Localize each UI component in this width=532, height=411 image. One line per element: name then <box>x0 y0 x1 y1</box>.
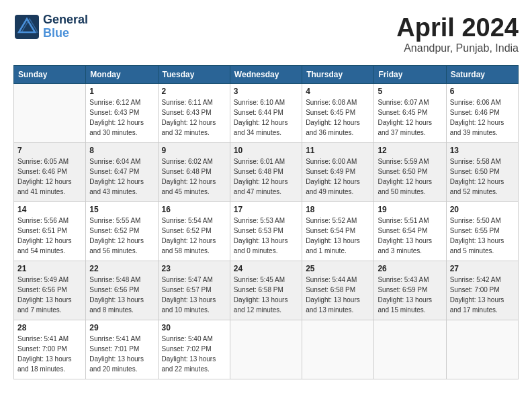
day-number: 3 <box>234 87 298 96</box>
table-row: 21Sunrise: 5:49 AM Sunset: 6:56 PM Dayli… <box>14 261 86 320</box>
day-number: 12 <box>378 146 442 155</box>
day-number: 18 <box>306 205 370 214</box>
table-row: 28Sunrise: 5:41 AM Sunset: 7:00 PM Dayli… <box>14 320 86 379</box>
day-number: 16 <box>162 205 226 214</box>
calendar-week-row: 1Sunrise: 6:12 AM Sunset: 6:43 PM Daylig… <box>14 84 519 143</box>
day-number: 24 <box>234 264 298 273</box>
header-thursday: Thursday <box>302 66 374 84</box>
table-row: 18Sunrise: 5:52 AM Sunset: 6:54 PM Dayli… <box>302 202 374 261</box>
table-row: 6Sunrise: 6:06 AM Sunset: 6:46 PM Daylig… <box>446 84 518 143</box>
table-row: 15Sunrise: 5:55 AM Sunset: 6:52 PM Dayli… <box>86 202 158 261</box>
table-row: 19Sunrise: 5:51 AM Sunset: 6:54 PM Dayli… <box>374 202 446 261</box>
day-info: Sunrise: 6:10 AM Sunset: 6:44 PM Dayligh… <box>234 97 298 138</box>
day-info: Sunrise: 5:42 AM Sunset: 7:00 PM Dayligh… <box>450 275 515 315</box>
day-info: Sunrise: 6:11 AM Sunset: 6:43 PM Dayligh… <box>162 97 226 138</box>
day-info: Sunrise: 6:04 AM Sunset: 6:47 PM Dayligh… <box>89 156 154 197</box>
day-number: 5 <box>378 87 442 96</box>
day-info: Sunrise: 5:58 AM Sunset: 6:50 PM Dayligh… <box>450 156 515 197</box>
table-row: 20Sunrise: 5:50 AM Sunset: 6:55 PM Dayli… <box>446 202 518 261</box>
calendar-week-row: 28Sunrise: 5:41 AM Sunset: 7:00 PM Dayli… <box>14 320 519 379</box>
table-row <box>230 320 302 379</box>
day-info: Sunrise: 6:12 AM Sunset: 6:43 PM Dayligh… <box>89 97 154 138</box>
table-row: 5Sunrise: 6:07 AM Sunset: 6:45 PM Daylig… <box>374 84 446 143</box>
table-row: 30Sunrise: 5:40 AM Sunset: 7:02 PM Dayli… <box>158 320 230 379</box>
day-number: 26 <box>378 264 442 273</box>
table-row: 14Sunrise: 5:56 AM Sunset: 6:51 PM Dayli… <box>14 202 86 261</box>
table-row: 27Sunrise: 5:42 AM Sunset: 7:00 PM Dayli… <box>446 261 518 320</box>
table-row: 7Sunrise: 6:05 AM Sunset: 6:46 PM Daylig… <box>14 143 86 202</box>
day-info: Sunrise: 5:44 AM Sunset: 6:58 PM Dayligh… <box>306 275 370 315</box>
table-row: 2Sunrise: 6:11 AM Sunset: 6:43 PM Daylig… <box>158 84 230 143</box>
day-number: 10 <box>234 146 298 155</box>
table-row: 4Sunrise: 6:08 AM Sunset: 6:45 PM Daylig… <box>302 84 374 143</box>
logo-icon <box>13 13 40 40</box>
title-area: April 2024 Anandpur, Punjab, India <box>396 13 519 54</box>
day-number: 21 <box>17 264 82 273</box>
calendar-week-row: 21Sunrise: 5:49 AM Sunset: 6:56 PM Dayli… <box>14 261 519 320</box>
calendar-week-row: 7Sunrise: 6:05 AM Sunset: 6:46 PM Daylig… <box>14 143 519 202</box>
day-info: Sunrise: 5:56 AM Sunset: 6:51 PM Dayligh… <box>17 216 82 256</box>
day-number: 30 <box>162 323 226 332</box>
table-row: 11Sunrise: 6:00 AM Sunset: 6:49 PM Dayli… <box>302 143 374 202</box>
day-number: 8 <box>89 146 154 155</box>
table-row: 13Sunrise: 5:58 AM Sunset: 6:50 PM Dayli… <box>446 143 518 202</box>
table-row: 23Sunrise: 5:47 AM Sunset: 6:57 PM Dayli… <box>158 261 230 320</box>
table-row: 9Sunrise: 6:02 AM Sunset: 6:48 PM Daylig… <box>158 143 230 202</box>
day-info: Sunrise: 5:51 AM Sunset: 6:54 PM Dayligh… <box>378 216 442 256</box>
day-info: Sunrise: 5:52 AM Sunset: 6:54 PM Dayligh… <box>306 216 370 256</box>
table-row <box>14 84 86 143</box>
day-number: 2 <box>162 87 226 96</box>
day-info: Sunrise: 6:00 AM Sunset: 6:49 PM Dayligh… <box>306 156 370 197</box>
header-saturday: Saturday <box>446 66 518 84</box>
day-info: Sunrise: 6:08 AM Sunset: 6:45 PM Dayligh… <box>306 97 370 138</box>
day-number: 25 <box>306 264 370 273</box>
header-tuesday: Tuesday <box>158 66 230 84</box>
day-info: Sunrise: 6:05 AM Sunset: 6:46 PM Dayligh… <box>17 156 82 197</box>
day-info: Sunrise: 5:40 AM Sunset: 7:02 PM Dayligh… <box>162 334 226 374</box>
calendar-week-row: 14Sunrise: 5:56 AM Sunset: 6:51 PM Dayli… <box>14 202 519 261</box>
header-sunday: Sunday <box>14 66 86 84</box>
header-monday: Monday <box>86 66 158 84</box>
logo: General Blue <box>13 13 88 40</box>
day-number: 27 <box>450 264 515 273</box>
day-info: Sunrise: 5:49 AM Sunset: 6:56 PM Dayligh… <box>17 275 82 315</box>
calendar-header-row: Sunday Monday Tuesday Wednesday Thursday… <box>14 66 519 84</box>
day-info: Sunrise: 5:41 AM Sunset: 7:01 PM Dayligh… <box>89 334 154 374</box>
table-row <box>302 320 374 379</box>
day-number: 28 <box>17 323 82 332</box>
location: Anandpur, Punjab, India <box>396 42 519 54</box>
day-number: 4 <box>306 87 370 96</box>
day-number: 20 <box>450 205 515 214</box>
logo-general: General <box>43 13 88 27</box>
table-row: 25Sunrise: 5:44 AM Sunset: 6:58 PM Dayli… <box>302 261 374 320</box>
day-info: Sunrise: 6:02 AM Sunset: 6:48 PM Dayligh… <box>162 156 226 197</box>
table-row: 10Sunrise: 6:01 AM Sunset: 6:48 PM Dayli… <box>230 143 302 202</box>
day-info: Sunrise: 5:59 AM Sunset: 6:50 PM Dayligh… <box>378 156 442 197</box>
day-info: Sunrise: 6:01 AM Sunset: 6:48 PM Dayligh… <box>234 156 298 197</box>
table-row <box>374 320 446 379</box>
table-row: 26Sunrise: 5:43 AM Sunset: 6:59 PM Dayli… <box>374 261 446 320</box>
day-number: 19 <box>378 205 442 214</box>
day-number: 23 <box>162 264 226 273</box>
day-number: 17 <box>234 205 298 214</box>
day-info: Sunrise: 5:43 AM Sunset: 6:59 PM Dayligh… <box>378 275 442 315</box>
header-wednesday: Wednesday <box>230 66 302 84</box>
day-info: Sunrise: 5:45 AM Sunset: 6:58 PM Dayligh… <box>234 275 298 315</box>
table-row: 22Sunrise: 5:48 AM Sunset: 6:56 PM Dayli… <box>86 261 158 320</box>
day-number: 7 <box>17 146 82 155</box>
table-row: 29Sunrise: 5:41 AM Sunset: 7:01 PM Dayli… <box>86 320 158 379</box>
day-number: 13 <box>450 146 515 155</box>
day-info: Sunrise: 5:48 AM Sunset: 6:56 PM Dayligh… <box>89 275 154 315</box>
day-info: Sunrise: 5:47 AM Sunset: 6:57 PM Dayligh… <box>162 275 226 315</box>
month-title: April 2024 <box>396 13 519 42</box>
day-number: 6 <box>450 87 515 96</box>
table-row: 12Sunrise: 5:59 AM Sunset: 6:50 PM Dayli… <box>374 143 446 202</box>
day-number: 1 <box>89 87 154 96</box>
day-info: Sunrise: 5:55 AM Sunset: 6:52 PM Dayligh… <box>89 216 154 256</box>
header-friday: Friday <box>374 66 446 84</box>
table-row: 24Sunrise: 5:45 AM Sunset: 6:58 PM Dayli… <box>230 261 302 320</box>
day-info: Sunrise: 5:53 AM Sunset: 6:53 PM Dayligh… <box>234 216 298 256</box>
table-row: 17Sunrise: 5:53 AM Sunset: 6:53 PM Dayli… <box>230 202 302 261</box>
table-row <box>446 320 518 379</box>
table-row: 16Sunrise: 5:54 AM Sunset: 6:52 PM Dayli… <box>158 202 230 261</box>
